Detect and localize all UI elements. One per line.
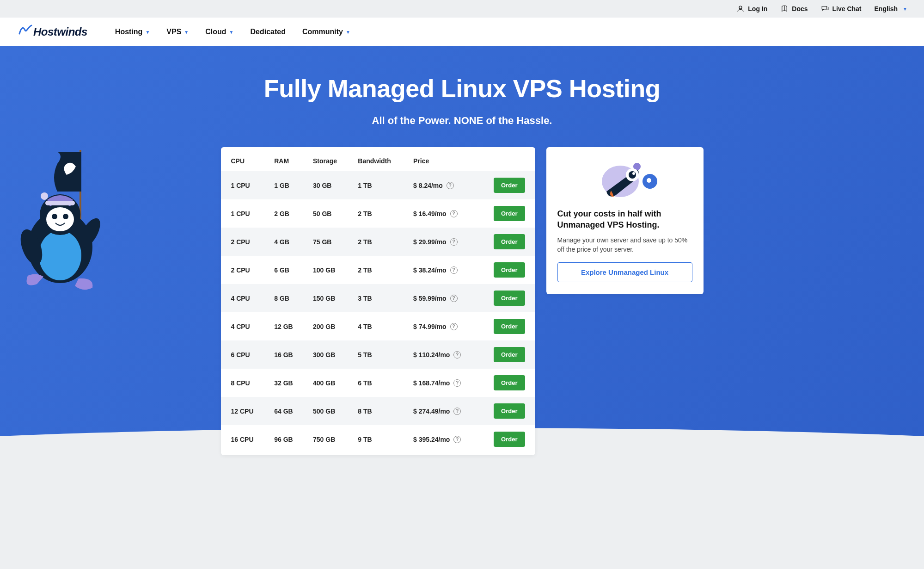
nav-community[interactable]: Community▼	[302, 28, 350, 36]
promo-art	[557, 158, 692, 200]
order-button[interactable]: Order	[494, 178, 525, 193]
help-icon[interactable]: ?	[447, 182, 454, 189]
nav-hosting[interactable]: Hosting▼	[115, 28, 150, 36]
pricing-table-card: CPU RAM Storage Bandwidth Price 1 CPU1 G…	[221, 147, 535, 455]
nav-dedicated[interactable]: Dedicated	[250, 28, 285, 36]
cell-ram: 4 GB	[264, 228, 303, 256]
table-row: 16 CPU96 GB750 GB9 TB$ 395.24/mo?Order	[221, 425, 535, 453]
cell-cpu: 6 CPU	[221, 340, 264, 369]
cell-bandwidth: 2 TB	[348, 199, 403, 228]
help-icon[interactable]: ?	[450, 266, 458, 274]
explore-unmanaged-button[interactable]: Explore Unmanaged Linux	[557, 262, 692, 282]
help-icon[interactable]: ?	[450, 238, 458, 246]
nav-cloud[interactable]: Cloud▼	[205, 28, 233, 36]
cell-bandwidth: 4 TB	[348, 312, 403, 340]
unmanaged-promo-card: Cut your costs in half with Unmanaged VP…	[546, 147, 704, 294]
help-icon[interactable]: ?	[453, 379, 461, 387]
cell-bandwidth: 8 TB	[348, 397, 403, 425]
livechat-label: Live Chat	[832, 5, 862, 12]
cell-bandwidth: 5 TB	[348, 340, 403, 369]
cell-storage: 300 GB	[303, 340, 348, 369]
table-row: 12 CPU64 GB500 GB8 TB$ 274.49/mo?Order	[221, 397, 535, 425]
cell-bandwidth: 2 TB	[348, 256, 403, 284]
language-selector[interactable]: English ▼	[875, 5, 907, 12]
order-button[interactable]: Order	[494, 262, 525, 278]
cell-ram: 1 GB	[264, 171, 303, 199]
hero-title: Fully Managed Linux VPS Hosting	[0, 74, 924, 103]
docs-link[interactable]: Docs	[780, 5, 808, 13]
cell-bandwidth: 3 TB	[348, 284, 403, 312]
cell-ram: 96 GB	[264, 425, 303, 453]
order-button[interactable]: Order	[494, 375, 525, 390]
cell-ram: 16 GB	[264, 340, 303, 369]
table-row: 2 CPU4 GB75 GB2 TB$ 29.99/mo?Order	[221, 228, 535, 256]
help-icon[interactable]: ?	[453, 408, 461, 415]
language-label: English	[875, 5, 898, 12]
livechat-link[interactable]: Live Chat	[821, 5, 862, 13]
order-button[interactable]: Order	[494, 234, 525, 249]
col-price: Price	[403, 151, 476, 171]
docs-icon	[780, 5, 789, 13]
cell-ram: 64 GB	[264, 397, 303, 425]
promo-title: Cut your costs in half with Unmanaged VP…	[557, 208, 692, 231]
cell-ram: 8 GB	[264, 284, 303, 312]
table-row: 4 CPU12 GB200 GB4 TB$ 74.99/mo?Order	[221, 312, 535, 340]
svg-point-8	[63, 214, 68, 219]
brand-logo[interactable]: Hostwinds	[18, 25, 87, 40]
cell-price: $ 16.49/mo?	[403, 199, 476, 228]
cell-cpu: 12 CPU	[221, 397, 264, 425]
docs-label: Docs	[792, 5, 808, 12]
chevron-down-icon: ▼	[145, 30, 150, 35]
cell-price: $ 74.99/mo?	[403, 312, 476, 340]
nav-vps[interactable]: VPS▼	[166, 28, 189, 36]
order-button[interactable]: Order	[494, 319, 525, 334]
help-icon[interactable]: ?	[453, 351, 461, 359]
cell-storage: 30 GB	[303, 171, 348, 199]
order-button[interactable]: Order	[494, 347, 525, 362]
cell-storage: 150 GB	[303, 284, 348, 312]
table-row: 8 CPU32 GB400 GB6 TB$ 168.74/mo?Order	[221, 369, 535, 397]
cell-bandwidth: 6 TB	[348, 369, 403, 397]
nav-items: Hosting▼ VPS▼ Cloud▼ Dedicated Community…	[115, 28, 350, 36]
pricing-table: CPU RAM Storage Bandwidth Price 1 CPU1 G…	[221, 151, 535, 453]
cell-bandwidth: 2 TB	[348, 228, 403, 256]
help-icon[interactable]: ?	[450, 210, 458, 217]
svg-point-10	[41, 192, 48, 200]
main-nav: Hostwinds Hosting▼ VPS▼ Cloud▼ Dedicated…	[0, 18, 924, 46]
cell-bandwidth: 1 TB	[348, 171, 403, 199]
cell-cpu: 1 CPU	[221, 199, 264, 228]
table-row: 1 CPU2 GB50 GB2 TB$ 16.49/mo?Order	[221, 199, 535, 228]
svg-point-0	[739, 6, 742, 9]
cell-price: $ 395.24/mo?	[403, 425, 476, 453]
help-icon[interactable]: ?	[450, 295, 458, 302]
help-icon[interactable]: ?	[453, 436, 461, 443]
order-button[interactable]: Order	[494, 403, 525, 419]
col-storage: Storage	[303, 151, 348, 171]
svg-rect-9	[45, 201, 75, 205]
utility-bar: Log In Docs Live Chat English ▼	[0, 0, 924, 18]
svg-point-4	[39, 230, 81, 280]
help-icon[interactable]: ?	[450, 323, 458, 330]
svg-point-19	[632, 172, 635, 175]
cell-cpu: 2 CPU	[221, 228, 264, 256]
cell-price: $ 168.74/mo?	[403, 369, 476, 397]
cell-storage: 400 GB	[303, 369, 348, 397]
cell-bandwidth: 9 TB	[348, 425, 403, 453]
order-button[interactable]: Order	[494, 432, 525, 447]
cell-cpu: 16 CPU	[221, 425, 264, 453]
order-button[interactable]: Order	[494, 206, 525, 221]
order-button[interactable]: Order	[494, 291, 525, 306]
cell-price: $ 110.24/mo?	[403, 340, 476, 369]
svg-point-15	[647, 178, 651, 183]
col-bandwidth: Bandwidth	[348, 151, 403, 171]
col-ram: RAM	[264, 151, 303, 171]
chevron-down-icon: ▼	[229, 30, 234, 35]
chevron-down-icon: ▼	[903, 6, 907, 12]
cell-cpu: 1 CPU	[221, 171, 264, 199]
cell-storage: 200 GB	[303, 312, 348, 340]
table-row: 1 CPU1 GB30 GB1 TB$ 8.24/mo?Order	[221, 171, 535, 199]
user-icon	[736, 5, 745, 13]
login-link[interactable]: Log In	[736, 5, 767, 13]
hero-subtitle: All of the Power. NONE of the Hassle.	[0, 115, 924, 127]
cell-cpu: 2 CPU	[221, 256, 264, 284]
